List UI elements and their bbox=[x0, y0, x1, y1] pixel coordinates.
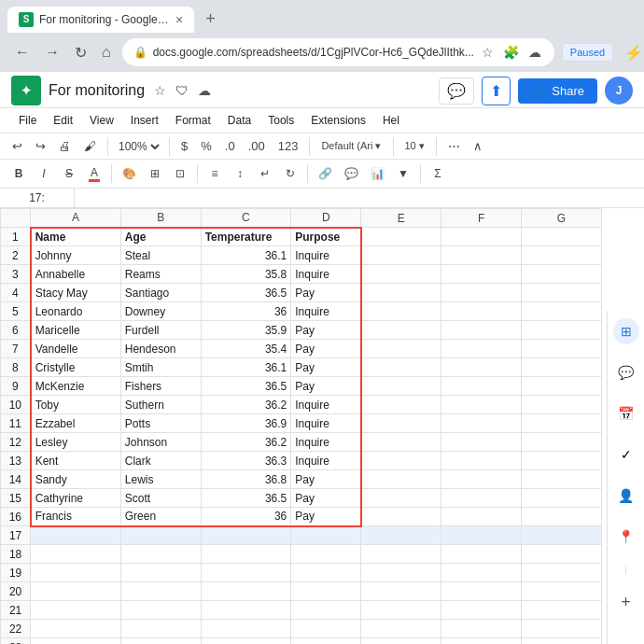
cell[interactable]: Pay bbox=[291, 470, 361, 489]
cell[interactable] bbox=[441, 246, 522, 265]
cell[interactable]: Vandelle bbox=[31, 340, 121, 358]
cell[interactable] bbox=[361, 265, 441, 284]
table-row[interactable]: 14SandyLewis36.8Pay bbox=[1, 470, 602, 489]
cell[interactable]: 35.8 bbox=[201, 265, 291, 284]
sidebar-people-icon[interactable]: 👤 bbox=[613, 483, 639, 509]
cell[interactable] bbox=[441, 340, 522, 358]
cell[interactable] bbox=[201, 620, 291, 638]
cell[interactable] bbox=[522, 620, 602, 638]
cell[interactable]: Inquire bbox=[291, 246, 361, 265]
cell[interactable] bbox=[361, 433, 441, 452]
cell[interactable]: Cathyrine bbox=[31, 489, 121, 508]
cell[interactable] bbox=[361, 508, 441, 526]
cell[interactable] bbox=[522, 340, 602, 358]
table-row[interactable]: 2JohnnySteal36.1Inquire bbox=[1, 246, 602, 265]
cell[interactable] bbox=[522, 452, 602, 470]
decimal-button[interactable]: .0 bbox=[220, 136, 240, 156]
cell[interactable] bbox=[441, 228, 522, 246]
paint-format-button[interactable]: 🖌 bbox=[79, 136, 101, 156]
cell[interactable]: 36.8 bbox=[201, 470, 291, 489]
cell[interactable]: Hendeson bbox=[120, 340, 201, 358]
valign-button[interactable]: ↕ bbox=[229, 161, 251, 186]
table-row[interactable]: 21 bbox=[1, 601, 602, 620]
cell[interactable] bbox=[120, 545, 201, 564]
sidebar-maps-icon[interactable]: 📍 bbox=[613, 524, 639, 550]
url-bar[interactable]: 🔒 docs.google.com/spreadsheets/d/1CgjPlV… bbox=[122, 38, 554, 66]
cell[interactable] bbox=[522, 358, 602, 377]
extension2-button[interactable]: ☁ bbox=[526, 43, 543, 62]
cell[interactable] bbox=[361, 452, 441, 470]
cell[interactable]: Cristylle bbox=[31, 358, 121, 377]
cell[interactable]: Toby bbox=[31, 396, 121, 414]
zoom-select[interactable]: 100% bbox=[115, 139, 162, 154]
borders-button[interactable]: ⊞ bbox=[144, 161, 166, 186]
cell[interactable]: Maricelle bbox=[31, 321, 121, 340]
wrap-button[interactable]: ↵ bbox=[254, 161, 276, 186]
col-header-D[interactable]: D bbox=[291, 209, 361, 228]
cell[interactable] bbox=[361, 377, 441, 396]
cell[interactable] bbox=[291, 564, 361, 582]
cell[interactable] bbox=[522, 396, 602, 414]
cell[interactable] bbox=[361, 564, 441, 582]
undo-button[interactable]: ↩ bbox=[7, 136, 27, 156]
cell[interactable]: 36.1 bbox=[201, 358, 291, 377]
filter-button[interactable]: ▼ bbox=[392, 161, 414, 186]
table-row[interactable]: 11EzzabelPotts36.9Inquire bbox=[1, 414, 602, 433]
cell[interactable] bbox=[31, 545, 121, 564]
menu-file[interactable]: File bbox=[11, 110, 44, 131]
table-row[interactable]: 22 bbox=[1, 620, 602, 638]
cell[interactable] bbox=[441, 545, 522, 564]
table-row[interactable]: 12LesleyJohnson36.2Inquire bbox=[1, 433, 602, 452]
cell[interactable] bbox=[361, 489, 441, 508]
col-header-C[interactable]: C bbox=[201, 209, 291, 228]
cell[interactable] bbox=[522, 470, 602, 489]
comment2-button[interactable]: 💬 bbox=[340, 161, 363, 186]
table-row[interactable]: 7VandelleHendeson35.4Pay bbox=[1, 340, 602, 358]
cell[interactable]: Lewis bbox=[120, 470, 201, 489]
cell[interactable]: Johnny bbox=[31, 246, 121, 265]
cell[interactable]: Annabelle bbox=[31, 265, 121, 284]
cell[interactable] bbox=[120, 526, 201, 545]
document-title[interactable]: For monitoring bbox=[49, 82, 145, 99]
paused-button[interactable]: Paused bbox=[562, 43, 613, 62]
share-button[interactable]: 👤 Share bbox=[518, 78, 597, 104]
sidebar-sheets-icon[interactable]: ⊞ bbox=[613, 318, 639, 344]
cell[interactable] bbox=[31, 638, 121, 645]
cell[interactable]: Stacy May bbox=[31, 284, 121, 302]
cell[interactable] bbox=[441, 638, 522, 645]
cell[interactable] bbox=[522, 302, 602, 321]
menu-edit[interactable]: Edit bbox=[46, 110, 80, 131]
cell[interactable] bbox=[522, 265, 602, 284]
cell[interactable] bbox=[441, 470, 522, 489]
cell[interactable]: Smtih bbox=[120, 358, 201, 377]
cell[interactable] bbox=[522, 564, 602, 582]
merge-button[interactable]: ⊡ bbox=[169, 161, 191, 186]
cell[interactable]: Name bbox=[31, 228, 121, 246]
table-row[interactable]: 13KentClark36.3Inquire bbox=[1, 452, 602, 470]
cell[interactable] bbox=[361, 526, 441, 545]
cell[interactable]: Pay bbox=[291, 340, 361, 358]
cell[interactable]: Downey bbox=[120, 302, 201, 321]
cell[interactable] bbox=[361, 321, 441, 340]
cell[interactable] bbox=[441, 620, 522, 638]
comment-button[interactable]: 💬 bbox=[439, 77, 474, 105]
cell[interactable]: 35.9 bbox=[201, 321, 291, 340]
cell[interactable] bbox=[441, 452, 522, 470]
menu-extensions[interactable]: Extensions bbox=[303, 110, 373, 131]
cell[interactable]: Potts bbox=[120, 414, 201, 433]
menu-view[interactable]: View bbox=[82, 110, 121, 131]
cell[interactable] bbox=[120, 638, 201, 645]
cell[interactable]: Fishers bbox=[120, 377, 201, 396]
user-avatar[interactable]: J bbox=[605, 77, 633, 105]
table-row[interactable]: 6MaricelleFurdell35.9Pay bbox=[1, 321, 602, 340]
col-header-B[interactable]: B bbox=[120, 209, 201, 228]
cell[interactable] bbox=[522, 284, 602, 302]
cell[interactable]: Pay bbox=[291, 508, 361, 526]
cell[interactable] bbox=[31, 582, 121, 601]
font-color-button[interactable]: A bbox=[83, 161, 105, 186]
sidebar-chat-icon[interactable]: 💬 bbox=[613, 359, 639, 385]
cell[interactable]: Pay bbox=[291, 284, 361, 302]
cell[interactable] bbox=[361, 601, 441, 620]
collapse-button[interactable]: ∧ bbox=[469, 136, 487, 156]
star-button[interactable]: ☆ bbox=[152, 81, 168, 100]
